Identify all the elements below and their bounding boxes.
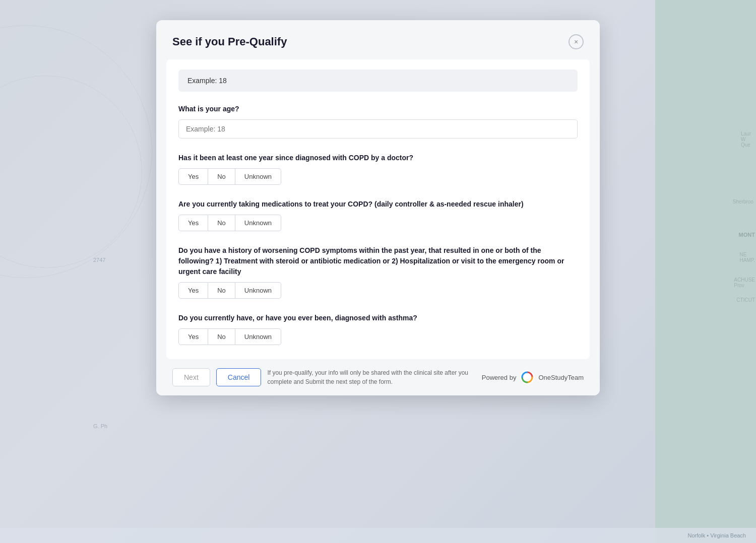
question-copd-meds: Are you currently taking medications to … [178, 199, 578, 231]
age-input[interactable] [178, 119, 578, 139]
powered-by-label: Powered by [482, 374, 517, 381]
asthma-btn-group: Yes No Unknown [178, 328, 578, 345]
copd-meds-unknown[interactable]: Unknown [235, 215, 281, 231]
copd-symptoms-unknown[interactable]: Unknown [235, 282, 281, 299]
question-copd-year-label: Has it been at least one year since diag… [178, 153, 578, 163]
asthma-no[interactable]: No [208, 328, 235, 345]
powered-by: Powered by OneStudyTeam [482, 370, 584, 384]
close-button[interactable]: × [569, 34, 584, 49]
question-copd-year: Has it been at least one year since diag… [178, 153, 578, 185]
footer-disclaimer: If you pre-qualify, your info will only … [267, 368, 475, 386]
modal-footer: Next Cancel If you pre-qualify, your inf… [156, 359, 600, 395]
asthma-unknown[interactable]: Unknown [235, 328, 281, 345]
question-age-label: What is your age? [178, 104, 578, 114]
copd-year-unknown[interactable]: Unknown [235, 168, 281, 185]
modal-header: See if you Pre-Qualify × [156, 20, 600, 59]
copd-meds-yes[interactable]: Yes [178, 215, 208, 231]
copd-symptoms-btn-group: Yes No Unknown [178, 282, 578, 299]
copd-year-no[interactable]: No [208, 168, 235, 185]
powered-by-brand: OneStudyTeam [538, 374, 584, 381]
asthma-yes[interactable]: Yes [178, 328, 208, 345]
copd-year-yes[interactable]: Yes [178, 168, 208, 185]
cancel-button[interactable]: Cancel [216, 368, 262, 386]
bottom-bar-label: Norfolk • Virginia Beach [687, 532, 746, 538]
question-age: What is your age? [178, 104, 578, 139]
modal-title: See if you Pre-Qualify [172, 35, 287, 48]
modal-overlay: See if you Pre-Qualify × Example: 18 Wha… [0, 0, 756, 543]
copd-symptoms-yes[interactable]: Yes [178, 282, 208, 299]
question-copd-meds-label: Are you currently taking medications to … [178, 199, 578, 210]
copd-meds-btn-group: Yes No Unknown [178, 215, 578, 231]
question-asthma: Do you currently have, or have you ever … [178, 313, 578, 345]
modal-body: Example: 18 What is your age? Has it bee… [166, 59, 590, 359]
pre-qualify-modal: See if you Pre-Qualify × Example: 18 Wha… [156, 20, 600, 395]
copd-meds-no[interactable]: No [208, 215, 235, 231]
question-copd-symptoms: Do you have a history of worsening COPD … [178, 245, 578, 299]
next-button[interactable]: Next [172, 368, 210, 386]
copd-symptoms-no[interactable]: No [208, 282, 235, 299]
copd-year-btn-group: Yes No Unknown [178, 168, 578, 185]
ost-logo [520, 370, 534, 384]
question-asthma-label: Do you currently have, or have you ever … [178, 313, 578, 323]
question-copd-symptoms-label: Do you have a history of worsening COPD … [178, 245, 578, 277]
bottom-bar: Norfolk • Virginia Beach [0, 528, 756, 543]
info-banner: Example: 18 [178, 70, 578, 92]
